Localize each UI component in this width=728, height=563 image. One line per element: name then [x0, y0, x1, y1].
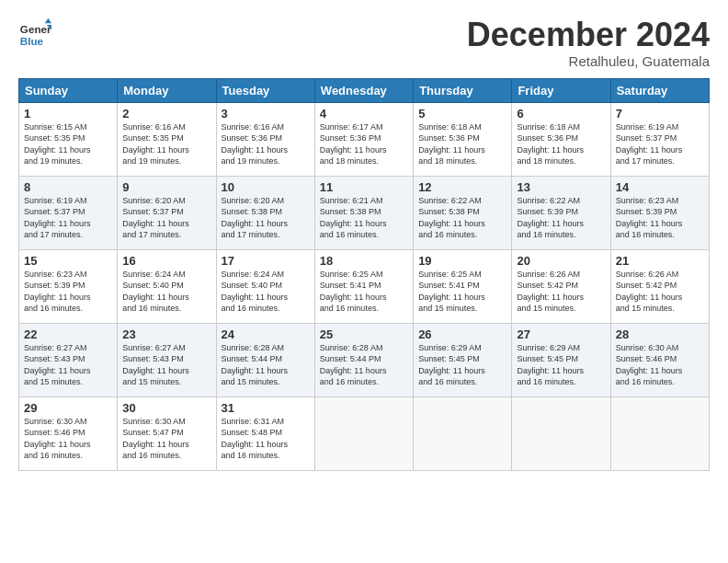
- header-row: Sunday Monday Tuesday Wednesday Thursday…: [19, 78, 710, 102]
- day-info: Sunrise: 6:20 AMSunset: 5:38 PMDaylight:…: [222, 196, 289, 240]
- calendar-cell: 5 Sunrise: 6:18 AMSunset: 5:36 PMDayligh…: [414, 102, 512, 176]
- svg-text:General: General: [20, 23, 51, 35]
- day-number: 3: [222, 107, 310, 121]
- calendar-cell: 25 Sunrise: 6:28 AMSunset: 5:44 PMDaylig…: [314, 323, 413, 396]
- calendar-cell: 7 Sunrise: 6:19 AMSunset: 5:37 PMDayligh…: [610, 102, 709, 176]
- day-info: Sunrise: 6:23 AMSunset: 5:39 PMDaylight:…: [616, 196, 683, 240]
- day-info: Sunrise: 6:24 AMSunset: 5:40 PMDaylight:…: [222, 270, 289, 314]
- calendar-cell: 12 Sunrise: 6:22 AMSunset: 5:38 PMDaylig…: [414, 176, 512, 249]
- day-info: Sunrise: 6:25 AMSunset: 5:41 PMDaylight:…: [418, 270, 485, 314]
- day-number: 25: [320, 327, 408, 341]
- day-number: 16: [122, 254, 210, 268]
- day-info: Sunrise: 6:20 AMSunset: 5:37 PMDaylight:…: [122, 196, 189, 240]
- day-number: 14: [616, 180, 704, 194]
- calendar-cell: 31 Sunrise: 6:31 AMSunset: 5:48 PMDaylig…: [216, 396, 314, 470]
- calendar-cell: 24 Sunrise: 6:28 AMSunset: 5:44 PMDaylig…: [216, 323, 314, 396]
- day-number: 6: [517, 107, 605, 121]
- day-number: 30: [122, 401, 210, 415]
- day-number: 24: [222, 327, 310, 341]
- day-number: 26: [418, 327, 506, 341]
- calendar-cell: [414, 396, 512, 470]
- day-info: Sunrise: 6:25 AMSunset: 5:41 PMDaylight:…: [320, 270, 387, 314]
- calendar-cell: 26 Sunrise: 6:29 AMSunset: 5:45 PMDaylig…: [414, 323, 512, 396]
- subtitle: Retalhuleu, Guatemala: [467, 53, 710, 69]
- day-number: 18: [320, 254, 408, 268]
- col-monday: Monday: [118, 78, 216, 102]
- calendar-cell: 17 Sunrise: 6:24 AMSunset: 5:40 PMDaylig…: [216, 249, 314, 323]
- calendar-week-1: 1 Sunrise: 6:15 AMSunset: 5:35 PMDayligh…: [19, 102, 710, 176]
- day-number: 2: [122, 107, 210, 121]
- calendar-cell: 22 Sunrise: 6:27 AMSunset: 5:43 PMDaylig…: [19, 323, 118, 396]
- svg-marker-2: [45, 18, 51, 23]
- calendar-cell: 18 Sunrise: 6:25 AMSunset: 5:41 PMDaylig…: [314, 249, 413, 323]
- day-info: Sunrise: 6:17 AMSunset: 5:36 PMDaylight:…: [320, 122, 387, 167]
- day-number: 22: [24, 327, 112, 341]
- day-number: 12: [418, 180, 506, 194]
- calendar-cell: 14 Sunrise: 6:23 AMSunset: 5:39 PMDaylig…: [610, 176, 709, 249]
- day-number: 8: [24, 180, 112, 194]
- day-info: Sunrise: 6:18 AMSunset: 5:36 PMDaylight:…: [517, 122, 584, 167]
- page-container: General Blue December 2024 Retalhuleu, G…: [0, 0, 728, 480]
- day-info: Sunrise: 6:27 AMSunset: 5:43 PMDaylight:…: [24, 343, 91, 387]
- day-number: 9: [122, 180, 210, 194]
- day-info: Sunrise: 6:22 AMSunset: 5:38 PMDaylight:…: [418, 196, 485, 240]
- day-info: Sunrise: 6:29 AMSunset: 5:45 PMDaylight:…: [517, 343, 584, 387]
- calendar-cell: 16 Sunrise: 6:24 AMSunset: 5:40 PMDaylig…: [118, 249, 216, 323]
- day-info: Sunrise: 6:28 AMSunset: 5:44 PMDaylight:…: [222, 343, 289, 387]
- day-number: 15: [24, 254, 112, 268]
- day-info: Sunrise: 6:28 AMSunset: 5:44 PMDaylight:…: [320, 343, 387, 387]
- title-block: December 2024 Retalhuleu, Guatemala: [467, 17, 710, 69]
- day-number: 7: [616, 107, 704, 121]
- day-info: Sunrise: 6:16 AMSunset: 5:35 PMDaylight:…: [122, 122, 189, 167]
- day-number: 4: [320, 107, 408, 121]
- col-thursday: Thursday: [414, 78, 512, 102]
- calendar-cell: 20 Sunrise: 6:26 AMSunset: 5:42 PMDaylig…: [512, 249, 610, 323]
- day-info: Sunrise: 6:23 AMSunset: 5:39 PMDaylight:…: [24, 270, 91, 314]
- day-info: Sunrise: 6:16 AMSunset: 5:36 PMDaylight:…: [222, 122, 289, 167]
- day-info: Sunrise: 6:31 AMSunset: 5:48 PMDaylight:…: [222, 417, 289, 461]
- day-info: Sunrise: 6:30 AMSunset: 5:46 PMDaylight:…: [616, 343, 683, 387]
- col-sunday: Sunday: [19, 78, 118, 102]
- day-info: Sunrise: 6:19 AMSunset: 5:37 PMDaylight:…: [616, 122, 683, 167]
- day-info: Sunrise: 6:22 AMSunset: 5:39 PMDaylight:…: [517, 196, 584, 240]
- calendar-cell: 15 Sunrise: 6:23 AMSunset: 5:39 PMDaylig…: [19, 249, 118, 323]
- calendar-cell: 30 Sunrise: 6:30 AMSunset: 5:47 PMDaylig…: [118, 396, 216, 470]
- calendar-cell: 8 Sunrise: 6:19 AMSunset: 5:37 PMDayligh…: [19, 176, 118, 249]
- calendar-cell: 19 Sunrise: 6:25 AMSunset: 5:41 PMDaylig…: [414, 249, 512, 323]
- calendar-cell: 28 Sunrise: 6:30 AMSunset: 5:46 PMDaylig…: [610, 323, 709, 396]
- day-number: 17: [222, 254, 310, 268]
- col-saturday: Saturday: [610, 78, 709, 102]
- day-number: 28: [616, 327, 704, 341]
- calendar-cell: 4 Sunrise: 6:17 AMSunset: 5:36 PMDayligh…: [314, 102, 413, 176]
- day-info: Sunrise: 6:27 AMSunset: 5:43 PMDaylight:…: [122, 343, 189, 387]
- day-number: 5: [418, 107, 506, 121]
- calendar-cell: 23 Sunrise: 6:27 AMSunset: 5:43 PMDaylig…: [118, 323, 216, 396]
- col-tuesday: Tuesday: [216, 78, 314, 102]
- calendar-cell: 3 Sunrise: 6:16 AMSunset: 5:36 PMDayligh…: [216, 102, 314, 176]
- calendar-cell: 27 Sunrise: 6:29 AMSunset: 5:45 PMDaylig…: [512, 323, 610, 396]
- calendar-cell: 6 Sunrise: 6:18 AMSunset: 5:36 PMDayligh…: [512, 102, 610, 176]
- calendar-cell: 11 Sunrise: 6:21 AMSunset: 5:38 PMDaylig…: [314, 176, 413, 249]
- calendar-week-5: 29 Sunrise: 6:30 AMSunset: 5:46 PMDaylig…: [19, 396, 710, 470]
- day-number: 20: [517, 254, 605, 268]
- header: General Blue December 2024 Retalhuleu, G…: [18, 17, 710, 69]
- col-friday: Friday: [512, 78, 610, 102]
- calendar-cell: [314, 396, 413, 470]
- svg-text:Blue: Blue: [20, 35, 44, 47]
- day-info: Sunrise: 6:26 AMSunset: 5:42 PMDaylight:…: [517, 270, 584, 314]
- logo-icon: General Blue: [18, 17, 51, 50]
- day-number: 23: [122, 327, 210, 341]
- day-info: Sunrise: 6:29 AMSunset: 5:45 PMDaylight:…: [418, 343, 485, 387]
- day-number: 1: [24, 107, 112, 121]
- day-info: Sunrise: 6:24 AMSunset: 5:40 PMDaylight:…: [122, 270, 189, 314]
- calendar-cell: 1 Sunrise: 6:15 AMSunset: 5:35 PMDayligh…: [19, 102, 118, 176]
- calendar-cell: [512, 396, 610, 470]
- day-number: 13: [517, 180, 605, 194]
- calendar-week-3: 15 Sunrise: 6:23 AMSunset: 5:39 PMDaylig…: [19, 249, 710, 323]
- day-number: 19: [418, 254, 506, 268]
- day-info: Sunrise: 6:21 AMSunset: 5:38 PMDaylight:…: [320, 196, 387, 240]
- calendar-week-2: 8 Sunrise: 6:19 AMSunset: 5:37 PMDayligh…: [19, 176, 710, 249]
- day-number: 10: [222, 180, 310, 194]
- calendar-table: Sunday Monday Tuesday Wednesday Thursday…: [18, 78, 710, 471]
- logo: General Blue: [18, 17, 51, 50]
